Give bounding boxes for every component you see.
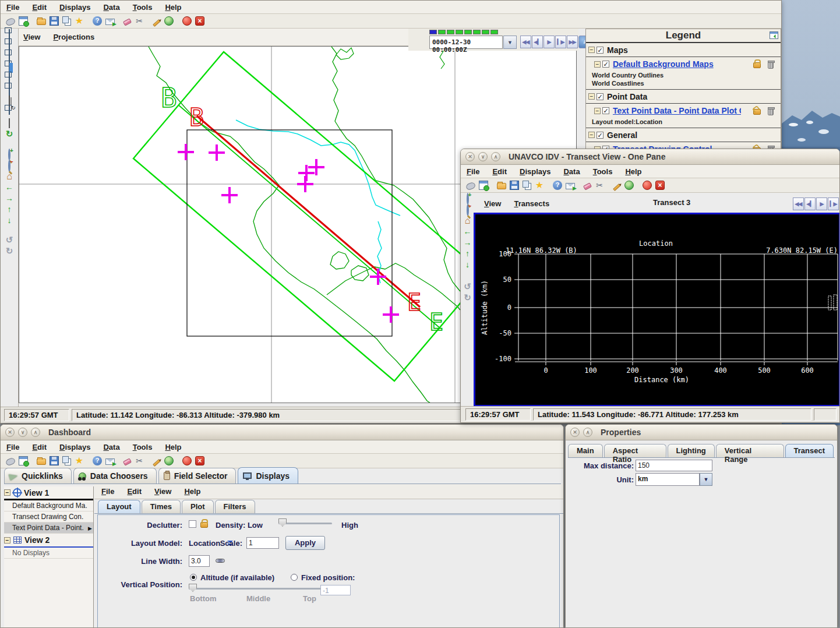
text-point-data-checkbox[interactable]	[602, 107, 609, 114]
undo-icon[interactable]: ↺	[5, 235, 15, 245]
eraser-icon[interactable]	[123, 458, 132, 465]
menu-data[interactable]: Data	[103, 3, 119, 12]
time-step-boxes[interactable]	[429, 30, 499, 34]
maximize-icon[interactable]: ∧	[491, 152, 500, 161]
collapse-icon[interactable]	[4, 537, 10, 544]
collapse-icon[interactable]	[594, 61, 601, 68]
save-icon[interactable]	[50, 16, 59, 26]
menu-file[interactable]: File	[6, 3, 19, 12]
background-maps-checkbox[interactable]	[602, 61, 609, 68]
max-distance-input[interactable]: 150	[636, 460, 712, 471]
animation-step-button[interactable]: ▶	[816, 197, 827, 210]
animation-step-button[interactable]: ▎▶	[555, 36, 566, 48]
unit-select[interactable]: km	[636, 473, 700, 486]
new-window-icon[interactable]	[19, 456, 28, 465]
cut-icon[interactable]: ✂	[595, 181, 604, 190]
point-marker[interactable]	[209, 144, 225, 161]
declutter-checkbox[interactable]	[189, 520, 196, 528]
menu-tools[interactable]: Tools	[133, 3, 153, 12]
time-step-box[interactable]	[482, 30, 489, 34]
tab-displays[interactable]: Displays	[238, 467, 298, 484]
minimize-icon[interactable]: ∨	[18, 428, 27, 437]
dashboard-titlebar[interactable]: ✕ ∨ ∧ Dashboard	[1, 425, 563, 440]
animation-step-button[interactable]: ◀▎	[532, 36, 543, 48]
maximize-icon[interactable]: ∧	[31, 428, 40, 437]
auto-rotate-icon[interactable]: ↻	[5, 129, 15, 139]
line-width-input[interactable]: 3.0	[189, 555, 210, 567]
copy-icon[interactable]	[65, 19, 71, 26]
menu-help[interactable]: Help	[165, 3, 181, 12]
open-icon[interactable]	[37, 458, 46, 465]
lock-icon[interactable]	[200, 522, 208, 528]
menu-tools[interactable]: Tools	[133, 443, 153, 451]
pan-left-icon[interactable]: ←	[5, 183, 15, 193]
trash-icon[interactable]	[768, 108, 774, 115]
exit-icon[interactable]: ×	[195, 16, 204, 26]
close-icon[interactable]: ✕	[465, 152, 475, 161]
animation-step-button[interactable]: ▶▶	[567, 36, 578, 48]
new-window-icon[interactable]	[19, 16, 28, 26]
minimize-icon[interactable]: ∨	[478, 152, 488, 161]
time-value-box[interactable]: 0000-12-30 00:00:00Z	[429, 36, 503, 49]
save-icon[interactable]	[510, 181, 519, 190]
tab-plot[interactable]: Plot	[182, 500, 214, 513]
menu-tools[interactable]: Tools	[593, 167, 613, 176]
pencil-icon[interactable]	[613, 183, 621, 190]
point-marker[interactable]	[383, 306, 399, 323]
zoom-out-icon[interactable]	[5, 161, 15, 171]
point-marker[interactable]	[221, 187, 238, 203]
animation-step-button[interactable]: ◀◀	[793, 197, 804, 210]
open-icon[interactable]	[37, 19, 46, 25]
eraser-icon[interactable]	[583, 182, 592, 190]
collapse-icon[interactable]	[588, 47, 595, 53]
background-maps-link[interactable]: Default Background Maps	[613, 59, 714, 69]
time-step-box[interactable]	[447, 30, 454, 34]
mail-icon[interactable]	[105, 458, 115, 465]
redo-icon[interactable]: ↻	[463, 293, 472, 303]
close-icon[interactable]: ✕	[5, 428, 15, 437]
pan-right-icon[interactable]: →	[5, 194, 15, 204]
time-step-box[interactable]	[438, 30, 446, 34]
tab-field-selector[interactable]: Field Selector	[158, 468, 237, 484]
text-point-data-link[interactable]: Text Point Data - Point Data Plot C...	[613, 106, 741, 115]
collapse-icon[interactable]	[594, 108, 601, 114]
time-step-box[interactable]	[490, 30, 498, 34]
vertical-position-slider[interactable]	[189, 584, 323, 593]
cut-icon[interactable]: ✂	[135, 456, 144, 465]
cut-icon[interactable]: ✂	[135, 16, 144, 26]
menu-projections[interactable]: Projections	[53, 33, 94, 41]
dashboard-icon[interactable]	[5, 17, 16, 26]
collapse-icon[interactable]	[588, 93, 595, 100]
star-icon[interactable]: ★	[75, 16, 84, 26]
fixed-position-input[interactable]: -1	[320, 585, 351, 595]
menu-file[interactable]: File	[467, 167, 479, 176]
globe-icon[interactable]	[624, 181, 634, 190]
tab-aspect-ratio[interactable]: Aspect Ratio	[604, 444, 666, 457]
density-slider[interactable]	[278, 518, 332, 528]
stop-icon[interactable]	[182, 16, 192, 26]
tab-transect[interactable]: Transect	[785, 444, 834, 457]
pencil-icon[interactable]	[153, 19, 161, 26]
globe-icon[interactable]	[164, 456, 174, 465]
menu-edit[interactable]: Edit	[32, 3, 47, 12]
menu-displays[interactable]: Displays	[520, 167, 550, 176]
apply-button[interactable]: Apply	[285, 536, 325, 550]
menu-displays[interactable]: Displays	[59, 443, 90, 451]
pan-up-icon[interactable]: ↑	[463, 249, 472, 259]
unit-dropdown-button[interactable]: ▼	[700, 473, 712, 486]
altitude-radio[interactable]	[190, 574, 197, 581]
undo-icon[interactable]: ↺	[463, 282, 472, 292]
time-step-box[interactable]	[464, 30, 472, 34]
time-step-box[interactable]	[473, 30, 481, 34]
scale-input[interactable]: 1	[246, 537, 279, 549]
float-legend-icon[interactable]	[770, 31, 778, 39]
stop-icon[interactable]	[643, 181, 652, 190]
tab-filters[interactable]: Filters	[215, 500, 255, 513]
home-view-icon[interactable]: ⌂	[5, 172, 15, 182]
star-icon[interactable]: ★	[75, 456, 84, 465]
point-data-checkbox[interactable]	[597, 93, 603, 100]
menu-view[interactable]: View	[23, 33, 40, 41]
cube-half-icon[interactable]	[5, 85, 15, 95]
collapse-icon[interactable]	[4, 489, 10, 496]
ruler-icon[interactable]	[5, 118, 15, 128]
